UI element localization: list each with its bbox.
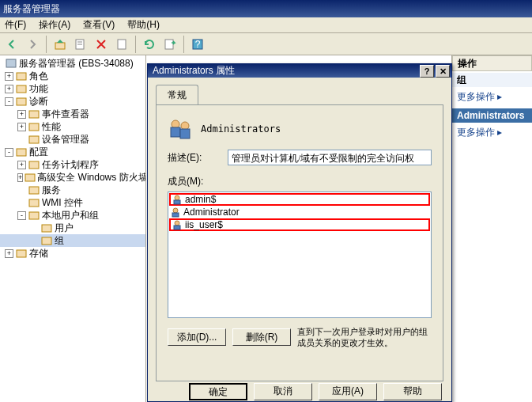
toolbar-back-button[interactable] xyxy=(3,36,21,53)
help-button[interactable]: 帮助 xyxy=(383,383,442,400)
tree-item[interactable]: +角色 xyxy=(0,70,145,82)
toolbar-forward-button[interactable] xyxy=(24,36,41,53)
dialog-close-button[interactable]: ✕ xyxy=(436,65,450,78)
member-name: iis_user$ xyxy=(185,219,223,230)
member-item[interactable]: iis_user$ xyxy=(169,218,430,231)
tree-item[interactable]: -配置 xyxy=(0,146,145,158)
tree-item[interactable]: 用户 xyxy=(0,222,145,234)
folder-icon xyxy=(28,184,40,196)
tree-item-label: 功能 xyxy=(29,82,48,96)
tree-item-label: 高级安全 Windows 防火墙 xyxy=(37,171,146,184)
remove-button[interactable]: 删除(R) xyxy=(232,328,291,346)
tree-item[interactable]: +存储 xyxy=(0,247,145,260)
folder-icon xyxy=(40,222,53,234)
tree-expander[interactable]: - xyxy=(5,148,13,157)
folder-icon xyxy=(15,146,28,158)
folder-icon xyxy=(40,234,53,247)
svg-rect-0 xyxy=(55,43,65,49)
tree-expander[interactable]: - xyxy=(5,97,13,106)
add-button[interactable]: 添加(D)... xyxy=(168,328,226,346)
dialog-title-bar[interactable]: Administrators 属性 ? ✕ xyxy=(148,64,451,78)
tree-item[interactable]: -本地用户和组 xyxy=(0,209,145,222)
tree-item[interactable]: -诊断 xyxy=(0,95,145,108)
tree-item[interactable]: 组 xyxy=(0,234,145,247)
svg-point-30 xyxy=(173,208,178,213)
main-window-title: 服务器管理器 xyxy=(3,2,60,16)
menu-file[interactable]: 件(F) xyxy=(5,18,26,32)
member-item[interactable]: Administrator xyxy=(169,206,430,218)
user-icon xyxy=(171,218,183,231)
tree-item-label: 设备管理器 xyxy=(42,133,89,146)
svg-rect-22 xyxy=(42,237,51,245)
tree-expander[interactable]: + xyxy=(5,249,13,258)
tree-item-label: 事件查看器 xyxy=(42,108,89,121)
dialog-help-button[interactable]: ? xyxy=(420,65,434,78)
ok-button[interactable]: 确定 xyxy=(189,383,247,400)
dialog-title: Administrators 属性 xyxy=(153,64,418,78)
actions-header: 操作 xyxy=(452,55,532,71)
apply-button[interactable]: 应用(A) xyxy=(319,383,377,400)
tree-expander[interactable]: - xyxy=(17,211,26,220)
svg-rect-31 xyxy=(172,213,179,217)
tree-item-label: 性能 xyxy=(42,120,61,134)
tree-item[interactable]: +事件查看器 xyxy=(0,108,145,120)
svg-rect-33 xyxy=(174,226,180,229)
tree-item[interactable]: WMI 控件 xyxy=(0,196,145,209)
tree-expander[interactable]: + xyxy=(17,123,26,131)
actions-more-1[interactable]: 更多操作 ▸ xyxy=(452,87,532,107)
actions-pane: 操作 组 更多操作 ▸ Administrators 更多操作 ▸ xyxy=(451,55,532,402)
menu-action[interactable]: 操作(A) xyxy=(39,18,70,32)
tree-expander[interactable]: + xyxy=(5,85,13,93)
tree-item[interactable]: +高级安全 Windows 防火墙 xyxy=(0,171,145,184)
menu-view[interactable]: 查看(V) xyxy=(83,18,115,32)
cancel-button[interactable]: 取消 xyxy=(254,383,312,400)
actions-section-groups: 组 xyxy=(452,73,532,87)
tree-item[interactable]: 服务 xyxy=(0,184,145,196)
svg-rect-12 xyxy=(29,111,39,118)
member-name: admin$ xyxy=(185,194,216,205)
folder-icon xyxy=(15,247,28,260)
description-field[interactable]: 管理员对计算机/域有不受限制的完全访问权 xyxy=(228,150,432,165)
toolbar-help-button[interactable]: ? xyxy=(189,36,206,53)
svg-rect-23 xyxy=(17,250,26,257)
toolbar-export-button[interactable] xyxy=(161,36,179,53)
tree-expander[interactable]: + xyxy=(5,72,13,81)
members-list[interactable]: admin$Administratoriis_user$ xyxy=(168,192,432,318)
folder-icon xyxy=(25,171,36,184)
tree-item-label: 用户 xyxy=(55,222,74,235)
description-label: 描述(E): xyxy=(168,151,223,165)
tree-expander[interactable]: + xyxy=(17,173,23,182)
tree-item-label: 组 xyxy=(55,234,64,248)
tree-item-label: 本地用户和组 xyxy=(42,209,99,222)
tree-root-label: 服务器管理器 (EBS-34088) xyxy=(19,57,134,70)
tree-pane[interactable]: 服务器管理器 (EBS-34088) +角色+功能-诊断+事件查看器+性能设备管… xyxy=(0,55,146,402)
svg-rect-15 xyxy=(17,149,26,156)
toolbar: ? xyxy=(0,33,532,55)
svg-rect-17 xyxy=(25,174,35,181)
tree-item[interactable]: +性能 xyxy=(0,120,145,133)
toolbar-refresh-button[interactable] xyxy=(141,36,158,53)
toolbar-up-button[interactable] xyxy=(51,36,69,53)
toolbar-properties-button[interactable] xyxy=(72,36,89,53)
tree-item[interactable]: +任务计划程序 xyxy=(0,158,145,171)
member-name: Administrator xyxy=(183,207,240,218)
tree-item-label: WMI 控件 xyxy=(42,196,83,210)
tree-expander[interactable]: + xyxy=(17,110,26,119)
member-item[interactable]: admin$ xyxy=(169,193,430,206)
svg-rect-4 xyxy=(118,40,126,49)
tree-item[interactable]: 设备管理器 xyxy=(0,133,145,146)
tree-root[interactable]: 服务器管理器 (EBS-34088) xyxy=(0,57,145,70)
tree-expander[interactable]: + xyxy=(17,161,26,169)
tree-item[interactable]: +功能 xyxy=(0,82,145,95)
tab-general[interactable]: 常规 xyxy=(156,85,198,105)
actions-more-2[interactable]: 更多操作 ▸ xyxy=(452,123,532,142)
svg-rect-14 xyxy=(29,136,39,143)
tree-item-label: 角色 xyxy=(29,70,48,83)
toolbar-page-button[interactable] xyxy=(113,36,130,53)
group-icon xyxy=(168,116,193,142)
menu-help[interactable]: 帮助(H) xyxy=(127,18,160,32)
folder-icon xyxy=(15,70,28,82)
toolbar-delete-button[interactable] xyxy=(92,36,110,53)
tree-item-label: 配置 xyxy=(29,146,48,159)
toolbar-separator xyxy=(135,36,136,53)
